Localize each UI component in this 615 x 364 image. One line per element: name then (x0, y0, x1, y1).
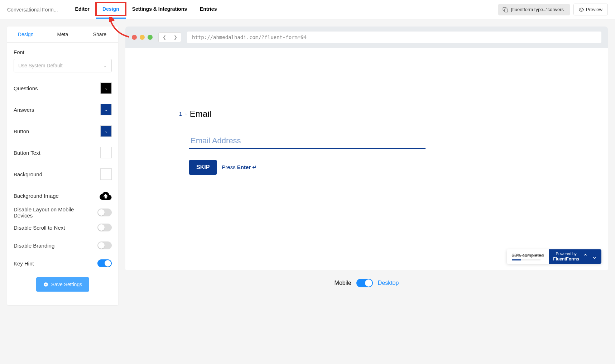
hint-key-word: Enter (237, 164, 251, 170)
device-switch: Mobile Desktop (125, 270, 608, 296)
powered-by-text: Powered by FluentForms (553, 252, 579, 262)
background-label: Background (14, 171, 42, 177)
answers-color-swatch[interactable]: ⌄ (100, 104, 112, 115)
top-right-controls: [fluentform type="convers Preview (498, 4, 608, 15)
preview-area: ❮ ❯ http://ahmedalhadi.com/?fluent-form=… (125, 27, 608, 296)
skip-button[interactable]: SKIP (189, 160, 217, 175)
setting-answers: Answers ⌄ (14, 104, 112, 115)
disable-branding-toggle[interactable] (97, 241, 112, 249)
progress-bar-fill (512, 259, 521, 260)
key-hint-toggle[interactable] (97, 259, 112, 267)
shortcode-text: [fluentform type="convers (511, 7, 564, 12)
eye-icon (579, 7, 584, 12)
tab-design[interactable]: Design (96, 0, 126, 19)
answers-label: Answers (14, 107, 34, 113)
sidebar-tab-meta[interactable]: Meta (44, 27, 81, 42)
press-enter-hint: Press Enter ↵ (222, 164, 257, 171)
sidebar-tabs: Design Meta Share (7, 27, 118, 43)
tab-design-label: Design (102, 6, 119, 12)
background-color-swatch[interactable] (100, 168, 112, 180)
url-bar: http://ahmedalhadi.com/?fluent-form=94 (187, 32, 601, 43)
setting-questions: Questions ⌄ (14, 82, 112, 94)
preview-body: 1 → Email SKIP Press Enter ↵ 33% complet… (125, 48, 608, 270)
form-title: Conversational Form... (7, 7, 58, 13)
device-toggle[interactable] (356, 279, 373, 287)
button-text-color-swatch[interactable] (100, 147, 112, 158)
arrow-right-icon: → (183, 111, 188, 117)
question-label: Email (190, 109, 211, 119)
powered-by-label: Powered by (556, 252, 577, 256)
cloud-upload-icon[interactable] (100, 190, 112, 201)
tab-editor[interactable]: Editor (69, 0, 96, 19)
progress-text: 33% completed (512, 253, 544, 258)
disable-scroll-next-toggle[interactable] (97, 224, 112, 231)
enter-symbol-icon: ↵ (252, 164, 257, 170)
setting-disable-scroll-next: Disable Scroll to Next (14, 224, 112, 231)
question-number-marker: 1 → (179, 111, 188, 117)
powered-by-brand: FluentForms (553, 257, 579, 262)
device-mobile-label[interactable]: Mobile (335, 280, 351, 286)
question-number: 1 (179, 111, 182, 117)
tab-settings-integrations[interactable]: Settings & Integrations (126, 0, 193, 19)
font-select-value: Use System Default (18, 63, 63, 68)
preview-footer: 33% completed Powered by FluentForms ⌃ ⌄ (507, 249, 601, 264)
nav-tabs: Editor Design Settings & Integrations En… (69, 0, 498, 19)
disable-branding-label: Disable Branding (14, 243, 54, 249)
preview-button-label: Preview (586, 7, 602, 12)
disable-scroll-next-label: Disable Scroll to Next (14, 225, 65, 231)
top-navigation: Conversational Form... Editor Design Set… (0, 0, 615, 19)
setting-background: Background (14, 168, 112, 180)
browser-nav-arrows: ❮ ❯ (158, 32, 181, 42)
copy-icon (503, 7, 508, 13)
questions-label: Questions (14, 85, 38, 91)
font-select[interactable]: Use System Default ⌄ (14, 59, 112, 72)
key-hint-label: Key Hint (14, 260, 34, 267)
chevron-down-icon: ⌄ (103, 63, 107, 68)
browser-forward-button[interactable]: ❯ (170, 32, 181, 42)
progress-box: 33% completed (507, 249, 549, 264)
button-text-label: Button Text (14, 150, 40, 156)
chevron-down-icon: ⌄ (105, 107, 108, 112)
shortcode-display[interactable]: [fluentform type="convers (498, 4, 570, 15)
button-color-swatch[interactable]: ⌄ (100, 125, 112, 137)
setting-disable-branding: Disable Branding (14, 241, 112, 249)
background-image-label: Background Image (14, 193, 59, 199)
setting-button-text: Button Text (14, 147, 112, 158)
main-container: Design Meta Share Font Use System Defaul… (0, 19, 615, 312)
browser-back-button[interactable]: ❮ (158, 32, 170, 42)
powered-by-box: Powered by FluentForms ⌃ ⌄ (549, 249, 601, 264)
email-input[interactable] (189, 133, 426, 149)
save-settings-button[interactable]: Save Settings (36, 277, 89, 292)
sidebar-tab-design[interactable]: Design (7, 27, 44, 42)
preview-button[interactable]: Preview (573, 4, 608, 15)
disable-layout-mobile-label: Disable Layout on Mobile Devices (14, 206, 78, 219)
setting-button: Button ⌄ (14, 125, 112, 137)
setting-key-hint: Key Hint (14, 259, 112, 267)
action-row: SKIP Press Enter ↵ (189, 160, 576, 175)
traffic-light-green (148, 35, 153, 40)
tab-entries[interactable]: Entries (193, 0, 223, 19)
chevron-down-icon: ⌄ (105, 86, 108, 91)
font-label: Font (14, 49, 112, 55)
chevron-down-icon: ⌄ (105, 129, 108, 134)
device-desktop-label[interactable]: Desktop (378, 280, 399, 286)
prev-question-button[interactable]: ⌃ (583, 253, 588, 260)
progress-bar (512, 259, 540, 260)
disable-layout-mobile-toggle[interactable] (97, 209, 112, 216)
sidebar-tab-share[interactable]: Share (81, 27, 118, 42)
question-row: 1 → Email (179, 109, 576, 119)
hint-press-word: Press (222, 164, 235, 170)
check-circle-icon (43, 282, 48, 287)
traffic-light-red (132, 35, 137, 40)
setting-background-image: Background Image (14, 190, 112, 201)
button-label: Button (14, 128, 29, 134)
svg-rect-0 (505, 9, 508, 12)
traffic-light-yellow (140, 35, 145, 40)
questions-color-swatch[interactable]: ⌄ (100, 82, 112, 94)
browser-chrome: ❮ ❯ http://ahmedalhadi.com/?fluent-form=… (125, 27, 608, 48)
setting-disable-layout-mobile: Disable Layout on Mobile Devices (14, 206, 112, 219)
save-button-label: Save Settings (51, 282, 82, 287)
next-question-button[interactable]: ⌄ (592, 253, 597, 260)
traffic-lights (132, 35, 153, 40)
svg-point-1 (581, 9, 582, 10)
